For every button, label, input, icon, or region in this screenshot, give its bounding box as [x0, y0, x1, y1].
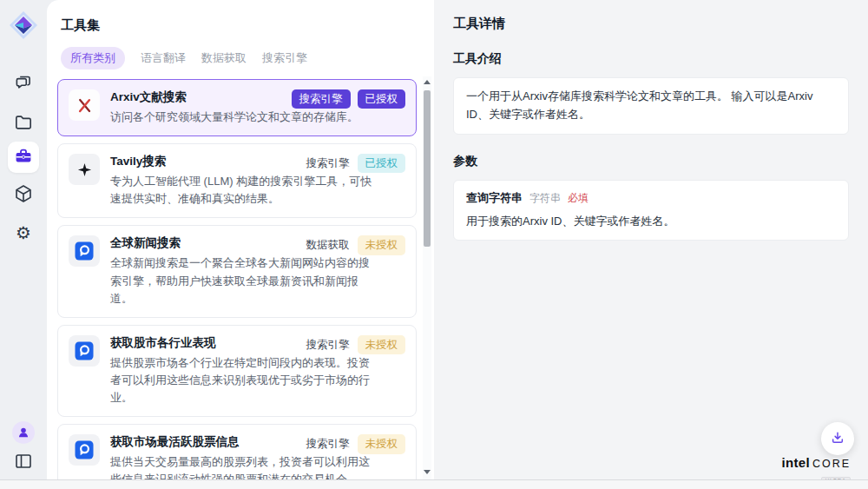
params-heading: 参数 [453, 154, 849, 169]
status-badge: 未授权 [358, 235, 406, 254]
tool-description: 提供当天交易量最高的股票列表，投资者可以利用这些信息来识别流动性强的股票和潜在的… [110, 453, 405, 482]
scrollbar-thumb[interactable] [424, 90, 431, 247]
collapse-sidebar-button[interactable] [11, 450, 36, 474]
intel-wordmark: intel [782, 455, 810, 470]
tool-description: 访问各个研究领域大量科学论文和文章的存储库。 [110, 109, 405, 126]
scroll-up-arrow-icon[interactable] [424, 80, 431, 84]
status-badge: 未授权 [358, 434, 406, 453]
page-title: 工具集 [47, 0, 434, 34]
intro-heading: 工具介绍 [453, 51, 849, 67]
sidebar-item-files[interactable] [11, 111, 36, 135]
scroll-down-arrow-icon[interactable] [424, 470, 431, 474]
intro-card: 一个用于从Arxiv存储库搜索科学论文和文章的工具。 输入可以是Arxiv ID… [453, 77, 849, 135]
category-badge: 搜索引擎 [292, 89, 351, 109]
tool-details-panel: 工具详情 工具介绍 一个用于从Arxiv存储库搜索科学论文和文章的工具。 输入可… [434, 0, 868, 489]
tab-category-0[interactable]: 所有类别 [61, 47, 125, 69]
app-window: ⚙ 工具集 所有类别语言翻译数据获取搜索引擎 Arxiv文献搜索访问各个研究领域… [0, 0, 868, 489]
tool-list: Arxiv文献搜索访问各个研究领域大量科学论文和文章的存储库。搜索引擎已授权Ta… [57, 79, 417, 482]
tool-card[interactable]: 获取股市各行业表现提供股票市场各个行业在特定时间段内的表现。投资者可以利用这些信… [57, 325, 417, 417]
scrollbar[interactable] [423, 76, 431, 479]
status-badge: 已授权 [358, 154, 406, 173]
tab-category-3[interactable]: 搜索引擎 [262, 47, 307, 69]
tab-category-1[interactable]: 语言翻译 [141, 47, 186, 69]
category-badge: 搜索引擎 [306, 335, 351, 354]
tool-card[interactable]: Tavily搜索专为人工智能代理 (LLM) 构建的搜索引擎工具，可快速提供实时… [57, 143, 417, 218]
arxiv-icon [69, 89, 100, 121]
chat-icon [13, 72, 34, 96]
sidebar-item-models[interactable] [11, 182, 36, 207]
window-bottom-edge [0, 479, 868, 489]
tool-description: 专为人工智能代理 (LLM) 构建的搜索引擎工具，可快速提供实时、准确和真实的结… [110, 173, 405, 208]
tavily-icon [69, 154, 100, 185]
tool-description: 全球新闻搜索是一个聚合全球各大新闻网站内容的搜索引擎，帮助用户快速获取全球最新资… [110, 254, 405, 307]
category-badge: 搜索引擎 [306, 154, 351, 173]
tab-category-2[interactable]: 数据获取 [201, 47, 247, 69]
cube-icon [13, 183, 34, 207]
toolbox-icon [14, 147, 33, 169]
juhe-icon [69, 434, 100, 466]
download-icon [830, 430, 845, 448]
category-tabs: 所有类别语言翻译数据获取搜索引擎 [61, 47, 434, 69]
juhe-icon [69, 335, 100, 367]
sidebar-item-chat[interactable] [11, 71, 36, 96]
core-wordmark: core [812, 458, 851, 470]
status-badge: 未授权 [358, 335, 406, 354]
tool-card[interactable]: Arxiv文献搜索访问各个研究领域大量科学论文和文章的存储库。搜索引擎已授权 [57, 79, 417, 136]
parameter-name: 查询字符串 [466, 190, 523, 206]
app-logo[interactable] [9, 10, 38, 40]
tool-card[interactable]: 全球新闻搜索全球新闻搜索是一个聚合全球各大新闻网站内容的搜索引擎，帮助用户快速获… [57, 225, 417, 317]
category-badge: 搜索引擎 [306, 434, 351, 453]
tool-list-panel: 工具集 所有类别语言翻译数据获取搜索引擎 Arxiv文献搜索访问各个研究领域大量… [47, 0, 434, 489]
user-avatar[interactable] [12, 421, 35, 444]
sidebar-item-tools[interactable] [8, 142, 39, 173]
intro-text: 一个用于从Arxiv存储库搜索科学论文和文章的工具。 输入可以是Arxiv ID… [466, 88, 836, 124]
category-badge: 数据获取 [306, 235, 351, 254]
tool-card[interactable]: 获取市场最活跃股票信息提供当天交易量最高的股票列表，投资者可以利用这些信息来识别… [57, 424, 417, 482]
status-badge: 已授权 [358, 89, 406, 109]
sidebar-item-settings[interactable]: ⚙ [11, 221, 36, 245]
folder-icon [13, 112, 34, 135]
juhe-icon [69, 235, 100, 267]
download-button[interactable] [821, 422, 854, 455]
collapse-panel-icon [14, 452, 33, 473]
parameter-required-badge: 必填 [568, 191, 589, 206]
details-title: 工具详情 [453, 16, 849, 32]
sidebar: ⚙ [0, 0, 47, 489]
parameter-description: 用于搜索的Arxiv ID、关键字或作者姓名。 [466, 213, 836, 231]
parameter-card: 查询字符串 字符串 必填 用于搜索的Arxiv ID、关键字或作者姓名。 [453, 180, 849, 241]
settings-gear-icon: ⚙ [16, 224, 31, 241]
parameter-type: 字符串 [529, 191, 561, 206]
tool-description: 提供股票市场各个行业在特定时间段内的表现。投资者可以利用这些信息来识别表现优于或… [110, 354, 405, 406]
